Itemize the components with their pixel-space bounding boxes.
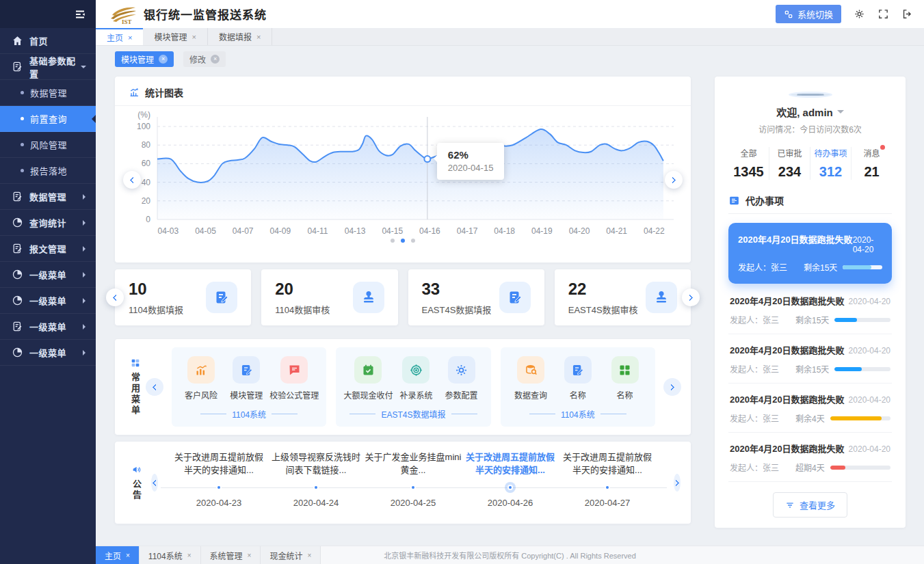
- chevron-down-icon[interactable]: [837, 110, 844, 117]
- svg-text:04-20: 04-20: [569, 226, 590, 236]
- line-chart[interactable]: 020406080100(%)04-0304-0504-0704-0904-11…: [115, 106, 691, 237]
- stat-card-1104-entry[interactable]: 10 1104数据填报: [115, 269, 251, 325]
- close-icon[interactable]: ×: [307, 552, 311, 559]
- sidebar-subitem-front-query[interactable]: 前置查询: [0, 106, 96, 132]
- carousel-dot[interactable]: [411, 239, 415, 243]
- chart-next-button[interactable]: [665, 171, 683, 189]
- chevron-right-icon: [83, 272, 88, 278]
- announcements-prev-button[interactable]: [151, 474, 158, 492]
- sidebar-item-level1-menu-2[interactable]: 一级菜单: [0, 288, 96, 314]
- sidebar-nav: 首页 基础参数配置 数据管理 前置查询 风险管理 报告: [0, 28, 96, 564]
- announcement-item[interactable]: 关于改进周五提前放假半天的安排通知... 2020-04-23: [170, 442, 267, 524]
- todo-item-date: 2020-04-20: [849, 444, 890, 454]
- sidebar-subitem-data-mgmt[interactable]: 数据管理: [0, 80, 96, 106]
- close-icon[interactable]: ×: [192, 33, 196, 41]
- announcement-text: 关于改进周五提前放假半天的安排通知...: [462, 451, 559, 476]
- bottom-tab-system-mgmt[interactable]: 系统管理 ×: [201, 546, 261, 564]
- view-more-button[interactable]: 查看更多: [773, 492, 847, 518]
- bottom-tab-home[interactable]: 主页 ×: [96, 546, 140, 564]
- stat-all[interactable]: 全部 1345: [728, 147, 769, 180]
- sidebar-subitem-report-landing[interactable]: 报告落地: [0, 158, 96, 184]
- bottom-tab-cash-stats[interactable]: 现金统计 ×: [261, 546, 321, 564]
- tab-home[interactable]: 主页 ×: [96, 28, 143, 45]
- collapse-menu-icon[interactable]: [74, 8, 86, 21]
- announcement-text: 关于改进周五提前放假半天的安排通知...: [559, 451, 656, 476]
- doc-edit-icon: [499, 282, 531, 313]
- sidebar-item-home[interactable]: 首页: [0, 28, 96, 54]
- sidebar-item-message-mgmt[interactable]: 报文管理: [0, 236, 96, 262]
- quick-item-label: 客户风险: [185, 389, 217, 401]
- doc-edit-icon: [564, 356, 592, 384]
- bottom-tab-label: 主页: [105, 550, 121, 561]
- chart-prev-button[interactable]: [123, 171, 141, 189]
- close-icon[interactable]: ×: [248, 552, 252, 559]
- todo-list-icon: [728, 195, 740, 206]
- quick-item-label: 参数配置: [445, 389, 478, 401]
- gear-icon: [448, 356, 475, 384]
- quick-menu-label: 常用菜单: [129, 358, 142, 416]
- system-switch-button[interactable]: 系统切换: [776, 5, 841, 23]
- stat-card-1104-review[interactable]: 20 1104数据审核: [261, 269, 397, 325]
- stat-card-east4s-review[interactable]: 22 EAST4S数据审核: [555, 269, 691, 325]
- sidebar-item-level1-menu-3[interactable]: 一级菜单: [0, 314, 96, 340]
- bottom-tab-1104[interactable]: 1104系统 ×: [140, 546, 201, 564]
- chevron-right-icon: [670, 176, 676, 183]
- stats-prev-button[interactable]: [106, 288, 124, 306]
- quick-item-module-mgmt[interactable]: 模块管理: [224, 356, 268, 401]
- stat-messages[interactable]: 消息 21: [852, 147, 892, 180]
- announcement-item[interactable]: 上级领导视察反洗钱时间表下载链接... 2020-04-24: [267, 442, 365, 524]
- stat-card-east4s-entry[interactable]: 33 EAST4S数据填报: [408, 269, 544, 325]
- sidebar-item-level1-menu-4[interactable]: 一级菜单: [0, 340, 96, 366]
- fullscreen-icon[interactable]: [877, 8, 889, 20]
- stat-approved[interactable]: 已审批 234: [769, 147, 810, 180]
- close-icon[interactable]: ×: [211, 55, 220, 64]
- quick-item-formula-check[interactable]: 校验公式管理: [269, 356, 319, 401]
- close-icon[interactable]: ×: [256, 33, 261, 41]
- carousel-dot-active[interactable]: [401, 239, 405, 243]
- quick-item-customer-risk[interactable]: 客户风险: [179, 356, 223, 401]
- sidebar-subitem-risk-mgmt[interactable]: 风险管理: [0, 132, 96, 158]
- quick-item-param-config[interactable]: 参数配置: [440, 356, 484, 401]
- sidebar-item-level1-menu-1[interactable]: 一级菜单: [0, 262, 96, 288]
- tag-module-mgmt[interactable]: 模块管理 ×: [115, 51, 174, 67]
- quick-item-supplement-system[interactable]: 补录系统: [394, 356, 438, 401]
- close-icon[interactable]: ×: [126, 552, 130, 559]
- quick-menu-group-east4s: 大额现金收付 补录系统 参数配置: [336, 347, 490, 427]
- todo-item[interactable]: 2020年4月20日数据跑批失败 2020-04-20 发起人：张三 剩余4天: [728, 384, 892, 433]
- announcement-item[interactable]: 关于改进周五提前放假半天的安排通知... 2020-04-27: [559, 442, 656, 524]
- todo-item[interactable]: 2020年4月20日数据跑批失败 2020-04-20 发起人：张三 超期4天: [728, 433, 892, 482]
- stat-value: 10: [129, 280, 183, 299]
- quick-item-large-cash[interactable]: 大额现金收付: [343, 356, 393, 401]
- close-icon[interactable]: ×: [187, 552, 192, 559]
- announcements-next-button[interactable]: [674, 474, 681, 492]
- close-icon[interactable]: ×: [159, 55, 168, 64]
- announcement-item[interactable]: 关于广发金业务挂盘mini黄金... 2020-04-25: [365, 442, 462, 524]
- announcement-item-active[interactable]: 关于改进周五提前放假半天的安排通知... 2020-04-26: [462, 442, 559, 524]
- quick-item-name-2[interactable]: 名称: [603, 356, 647, 401]
- svg-text:80: 80: [142, 140, 151, 150]
- tab-data-entry[interactable]: 数据填报 ×: [208, 28, 272, 45]
- todo-item[interactable]: 2020年4月20日数据跑批失败 2020-04-20 发起人：张三 剩余15天: [728, 334, 892, 384]
- gear-icon[interactable]: [854, 8, 865, 20]
- chevron-right-icon: [83, 246, 88, 252]
- tag-modify[interactable]: 修改 ×: [183, 51, 226, 67]
- close-icon[interactable]: ×: [128, 33, 132, 42]
- tab-module-mgmt[interactable]: 模块管理 ×: [143, 28, 207, 45]
- sidebar-item-query-stats[interactable]: 查询统计: [0, 210, 96, 236]
- quick-group-footer: 1104系统: [179, 408, 319, 420]
- quick-menu-next-button[interactable]: [663, 378, 681, 396]
- stats-next-button[interactable]: [682, 288, 700, 306]
- sidebar-item-data-mgmt[interactable]: 数据管理: [0, 184, 96, 210]
- carousel-dot[interactable]: [391, 239, 395, 243]
- quick-item-data-query[interactable]: 数据查询: [509, 356, 553, 401]
- todo-item-active[interactable]: 2020年4月20日数据跑批失败 2020-04-20 发起人：张三 剩余15天: [728, 223, 892, 284]
- avatar[interactable]: [789, 92, 832, 98]
- todo-item[interactable]: 2020年4月20日数据跑批失败 2020-04-20 发起人：张三 剩余15天: [728, 285, 892, 334]
- stat-todo[interactable]: 待办事项 312: [810, 147, 852, 180]
- quick-item-name-1[interactable]: 名称: [556, 356, 600, 401]
- quick-menu-prev-button[interactable]: [146, 378, 163, 396]
- sidebar-item-base-config[interactable]: 基础参数配置: [0, 54, 96, 80]
- chevron-left-icon: [153, 384, 159, 390]
- logout-icon[interactable]: [901, 8, 913, 20]
- grid-icon: [130, 358, 141, 368]
